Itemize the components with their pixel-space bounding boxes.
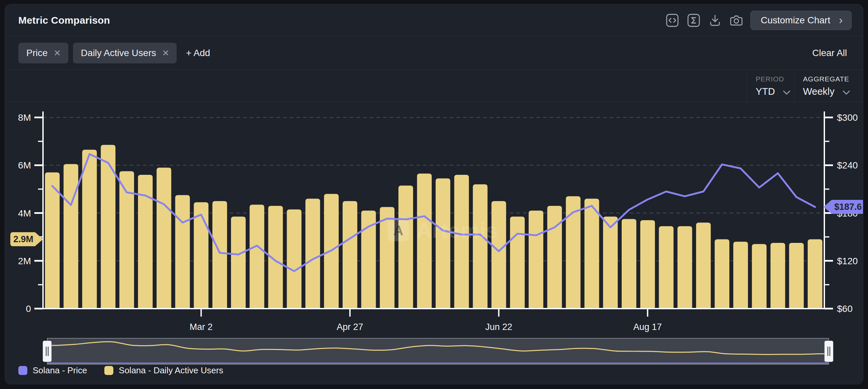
camera-screenshot-icon: [729, 13, 744, 28]
current-value-badge-price: $187.6: [832, 200, 863, 214]
download-icon: [708, 13, 722, 28]
metric-chip-price[interactable]: Price ✕: [18, 43, 68, 63]
combo-chart[interactable]: 02M4M6M8M$60$120$180$240$300Mar 2Apr 27J…: [5, 102, 863, 338]
legend-label: Solana - Daily Active Users: [119, 365, 223, 376]
metric-comparison-card: Metric Comparison: [5, 4, 863, 384]
period-value: YTD: [756, 86, 775, 97]
svg-text:$120: $120: [837, 256, 858, 266]
remove-chip-icon[interactable]: ✕: [162, 48, 169, 58]
svg-text:$60: $60: [837, 304, 852, 314]
svg-text:6M: 6M: [18, 160, 31, 170]
chart-controls-row: PERIOD YTD AGGREGATE Weekly: [5, 70, 863, 102]
chip-label: Daily Active Users: [81, 48, 156, 58]
screenshot-button[interactable]: [729, 13, 744, 28]
embed-code-button[interactable]: [665, 13, 680, 28]
embed-code-icon: [665, 13, 680, 28]
customize-chart-button[interactable]: Customize Chart ›: [750, 11, 852, 30]
metric-comparison-page: Metric Comparison: [0, 0, 868, 389]
svg-text:$240: $240: [837, 160, 858, 170]
aggregate-select[interactable]: AGGREGATE Weekly: [794, 70, 863, 102]
chart-legend: Solana - Price Solana - Daily Active Use…: [18, 365, 241, 376]
page-title: Metric Comparison: [18, 15, 110, 26]
period-select[interactable]: PERIOD YTD: [747, 70, 794, 102]
legend-swatch-daily-active-users: [104, 366, 113, 375]
chevron-down-icon: [843, 86, 850, 97]
range-handle-right[interactable]: [824, 341, 833, 362]
period-label: PERIOD: [756, 75, 794, 83]
legend-label: Solana - Price: [33, 365, 87, 376]
customize-chart-label: Customize Chart: [761, 15, 830, 26]
aggregate-value: Weekly: [803, 86, 835, 97]
remove-chip-icon[interactable]: ✕: [54, 48, 61, 58]
chart-plot-area[interactable]: 02M4M6M8M$60$120$180$240$300Mar 2Apr 27J…: [5, 102, 863, 338]
range-slider-overview-chart: [48, 339, 828, 364]
chevron-right-icon: ›: [839, 14, 843, 25]
svg-text:4M: 4M: [18, 208, 31, 219]
svg-text:2M: 2M: [18, 256, 31, 266]
add-metric-button[interactable]: + Add: [186, 48, 210, 58]
svg-text:$300: $300: [837, 112, 858, 123]
download-button[interactable]: [708, 13, 722, 28]
sigma-formula-icon: [686, 13, 701, 28]
svg-text:Aug 17: Aug 17: [633, 322, 662, 332]
legend-swatch-price: [18, 366, 27, 375]
aggregate-label: AGGREGATE: [803, 75, 863, 83]
svg-text:Mar 2: Mar 2: [190, 322, 213, 332]
metric-chip-daily-active-users[interactable]: Daily Active Users ✕: [73, 43, 177, 63]
svg-text:Apr 27: Apr 27: [337, 322, 363, 332]
header-actions: Customize Chart ›: [665, 11, 852, 30]
svg-text:8M: 8M: [18, 112, 31, 123]
svg-text:0: 0: [26, 304, 31, 314]
metric-chips-row: Price ✕ Daily Active Users ✕ + Add Clear…: [5, 37, 863, 70]
chip-label: Price: [26, 48, 48, 58]
range-slider-track[interactable]: [47, 338, 829, 365]
formula-button[interactable]: [686, 13, 701, 28]
clear-all-button[interactable]: Clear All: [812, 48, 847, 58]
range-handle-left[interactable]: [43, 341, 52, 362]
current-value-badge-dau: 2.9M: [10, 232, 35, 246]
legend-item-price[interactable]: Solana - Price: [18, 365, 87, 376]
card-header: Metric Comparison: [5, 4, 863, 36]
svg-text:Jun 22: Jun 22: [485, 322, 512, 332]
chevron-down-icon: [783, 86, 790, 97]
legend-item-daily-active-users[interactable]: Solana - Daily Active Users: [104, 365, 223, 376]
